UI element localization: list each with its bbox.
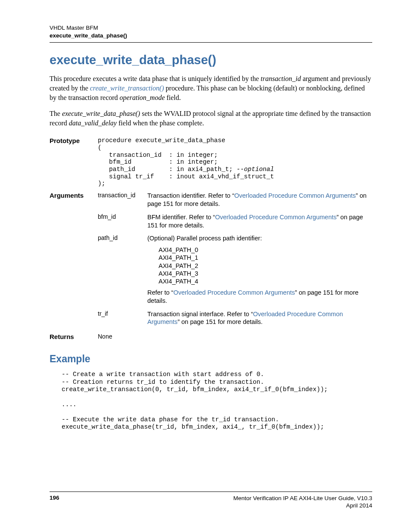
path-option: AXI4_PATH_4 (159, 277, 372, 285)
argument-row: Arguments transaction_id Transaction ide… (50, 192, 372, 213)
description-paragraph-1: This procedure executes a write data pha… (50, 74, 372, 102)
prototype-code: procedure execute_write_data_phase ( tra… (98, 137, 274, 187)
path-id-list: AXI4_PATH_0 AXI4_PATH_1 AXI4_PATH_2 AXI4… (159, 246, 372, 285)
argument-desc: Transaction signal interface. Refer to “… (147, 310, 372, 332)
argument-row: bfm_id BFM identifier. Refer to “Overloa… (50, 213, 372, 235)
page-number: 196 (50, 495, 59, 510)
returns-row: Returns None (50, 331, 372, 345)
path-option: AXI4_PATH_0 (159, 246, 372, 254)
arguments-table: Arguments transaction_id Transaction ide… (50, 192, 372, 345)
footer-date: April 2014 (234, 502, 372, 510)
header-chapter: VHDL Master BFM (50, 24, 372, 32)
footer-rule (50, 492, 372, 492)
create-write-transaction-link[interactable]: create_write_transaction() (90, 84, 164, 92)
argument-name: path_id (98, 234, 147, 310)
argument-desc: Transaction identifier. Refer to “Overlo… (147, 192, 372, 213)
header-rule (50, 42, 372, 43)
argument-name: transaction_id (98, 192, 147, 213)
argument-desc: (Optional) Parallel process path identif… (147, 234, 372, 310)
page-footer: 196 Mentor Verification IP AE AXI4-Lite … (50, 492, 372, 510)
running-header: VHDL Master BFM execute_write_data_phase… (50, 24, 372, 40)
path-option: AXI4_PATH_3 (159, 270, 372, 277)
argument-name: bfm_id (98, 213, 147, 235)
argument-row: path_id (Optional) Parallel process path… (50, 234, 372, 310)
returns-label: Returns (50, 331, 98, 345)
description-paragraph-2: The execute_write_data_phase() sets the … (50, 109, 372, 128)
path-option: AXI4_PATH_2 (159, 262, 372, 270)
example-code: -- Create a write transaction with start… (62, 371, 372, 431)
overloaded-args-link[interactable]: Overloaded Procedure Common Arguments (173, 289, 295, 296)
argument-desc: BFM identifier. Refer to “Overloaded Pro… (147, 213, 372, 235)
returns-value: None (98, 331, 147, 345)
arguments-label: Arguments (50, 192, 98, 213)
prototype-label: Prototype (50, 137, 92, 144)
overloaded-args-link[interactable]: Overloaded Procedure Common Arguments (215, 214, 336, 221)
path-option: AXI4_PATH_1 (159, 254, 372, 261)
page-title: execute_write_data_phase() (50, 53, 372, 67)
overloaded-args-link[interactable]: Overloaded Procedure Common Arguments (234, 192, 356, 199)
header-section: execute_write_data_phase() (50, 32, 372, 40)
argument-name: tr_if (98, 310, 147, 332)
prototype-block: Prototype procedure execute_write_data_p… (50, 137, 372, 187)
argument-row: tr_if Transaction signal interface. Refe… (50, 310, 372, 332)
footer-doc-title: Mentor Verification IP AE AXI4-Lite User… (234, 495, 372, 502)
example-heading: Example (50, 353, 372, 365)
